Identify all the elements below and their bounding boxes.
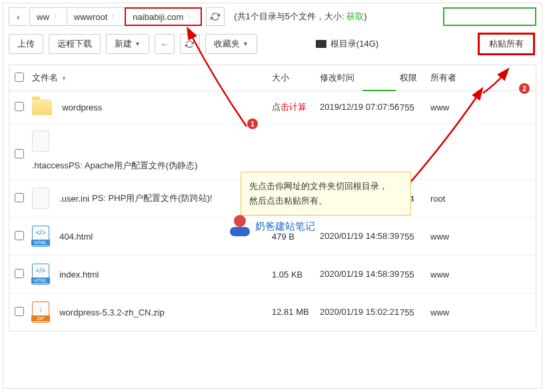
favorites-button[interactable]: 收藏夹▼: [205, 34, 257, 54]
row-checkbox[interactable]: [15, 193, 24, 202]
perm: 755: [400, 307, 430, 317]
col-mtime[interactable]: 修改时间: [320, 72, 400, 84]
folder-icon: [32, 99, 52, 115]
perm: 755: [400, 270, 430, 280]
chevron-right-icon: 〉: [111, 12, 118, 21]
refresh-icon: [211, 12, 220, 21]
owner: www: [430, 270, 470, 280]
root-label: 根目录(14G): [316, 38, 378, 50]
file-name[interactable]: wordpress-5.3.2-zh_CN.zip: [59, 307, 165, 317]
logo-icon: [229, 215, 251, 238]
file-note: PS: Apache用户配置文件(伪静态): [69, 160, 198, 170]
nav-back[interactable]: ‹: [9, 7, 27, 26]
mtime: 2020/01/19 15:02:21: [320, 306, 400, 318]
html-file-icon: [32, 264, 49, 285]
sort-icon: ▼: [61, 75, 67, 82]
col-perm[interactable]: 权限: [400, 72, 430, 84]
chevron-right-icon: 〉: [53, 12, 60, 21]
annotation-badge-1: 1: [247, 118, 258, 129]
row-checkbox[interactable]: [15, 149, 24, 158]
file-name[interactable]: index.html: [59, 270, 99, 280]
disk-icon: [316, 40, 326, 48]
watermark-logo: 奶爸建站笔记: [229, 215, 315, 238]
owner: www: [430, 102, 470, 112]
row-checkbox[interactable]: [15, 231, 24, 240]
crumb-domain[interactable]: naibabiji.com〉: [125, 7, 202, 26]
remote-download-button[interactable]: 远程下载: [49, 34, 101, 54]
row-checkbox[interactable]: [15, 102, 24, 111]
chevron-right-icon: 〉: [187, 12, 194, 21]
breadcrumb: ww〉 wwwroot〉 naibabiji.com〉: [30, 7, 202, 26]
crumb-wwwroot[interactable]: wwwroot〉: [67, 7, 126, 26]
file-name[interactable]: wordpress: [62, 102, 102, 112]
perm: 755: [400, 102, 430, 112]
get-size-link[interactable]: 获取: [346, 11, 364, 21]
file-name[interactable]: .user.ini: [59, 194, 89, 204]
file-name[interactable]: 404.html: [59, 232, 93, 242]
owner: www: [430, 307, 470, 317]
mtime: 2019/12/19 07:07:56: [320, 101, 400, 113]
table-row: wordpress-5.3.2-zh_CN.zip 12.81 MB 2020/…: [9, 294, 536, 331]
file-icon: [32, 130, 49, 152]
file-note: PS: PHP用户配置文件(防跨站)!: [92, 192, 213, 204]
size: 1.05 KB: [272, 270, 320, 280]
table-row: index.html 1.05 KB 2020/01/19 14:58:39 7…: [9, 256, 536, 294]
row-checkbox[interactable]: [15, 269, 24, 278]
paste-all-button[interactable]: 粘贴所有: [478, 33, 535, 55]
owner: www: [430, 232, 470, 242]
zip-file-icon: [32, 301, 49, 323]
table-row: wordpress 点击计算 2019/12/19 07:07:56 755 w…: [9, 91, 536, 124]
row-checkbox[interactable]: [15, 307, 24, 316]
summary-text: (共1个目录与5个文件，大小: 获取): [234, 11, 366, 23]
mtime: 2020/01/19 14:58:39: [320, 268, 400, 280]
html-file-icon: [32, 226, 49, 247]
size: 12.81 MB: [272, 306, 320, 318]
new-button[interactable]: 新建▼: [106, 34, 149, 54]
chevron-down-icon: ▼: [243, 41, 249, 47]
annotation-badge-2: 2: [519, 83, 530, 94]
refresh-button[interactable]: [206, 7, 225, 26]
perm: 755: [400, 232, 430, 242]
search-input[interactable]: [443, 7, 536, 26]
refresh-toolbar-button[interactable]: [180, 34, 200, 54]
file-name[interactable]: .htaccess: [32, 160, 69, 170]
calc-size-link[interactable]: 点击计算: [272, 102, 306, 112]
upload-button[interactable]: 上传: [9, 34, 43, 54]
owner: root: [430, 194, 470, 204]
chevron-down-icon: ▼: [135, 41, 141, 47]
col-owner[interactable]: 所有者: [430, 72, 470, 84]
select-all-checkbox[interactable]: [15, 73, 24, 82]
mtime: 2020/01/19 14:58:39: [320, 230, 400, 242]
table-header: 文件名 ▼ 大小 修改时间 权限 所有者: [9, 65, 536, 91]
crumb-ww[interactable]: ww〉: [29, 7, 67, 26]
file-icon: [32, 188, 49, 209]
annotation-callout: 先点击你网址的文件夹切回根目录， 然后点击粘贴所有。: [241, 172, 411, 216]
back-button[interactable]: ←: [155, 34, 175, 54]
col-size[interactable]: 大小: [272, 72, 320, 84]
col-name[interactable]: 文件名 ▼: [32, 72, 272, 84]
refresh-icon: [185, 40, 194, 49]
